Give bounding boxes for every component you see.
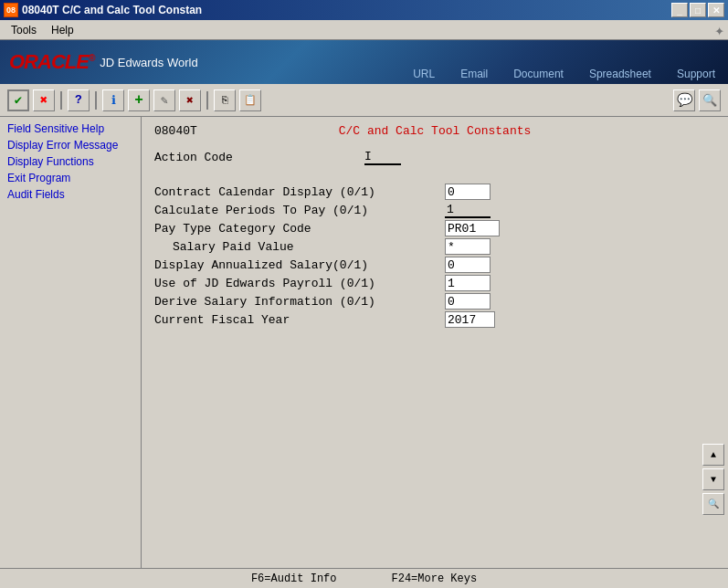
data-rows: Contract Calendar Display (0/1) 0 Calcul… (154, 184, 715, 328)
sidebar-item-audit-fields[interactable]: Audit Fields (0, 186, 141, 203)
paste-button[interactable]: 📋 (239, 89, 261, 111)
chat-button[interactable]: 💬 (673, 89, 695, 111)
edit-button[interactable]: ✎ (153, 89, 175, 111)
use-jde-payroll-label: Use of JD Edwards Payroll (0/1) (154, 277, 438, 290)
form-id: 08040T (154, 124, 197, 138)
add-button[interactable]: + (128, 89, 150, 111)
derive-salary-value: 0 (445, 293, 491, 310)
f24-status: F24=More Keys (392, 572, 478, 585)
derive-salary-row: Derive Salary Information (0/1) 0 (154, 293, 715, 310)
nav-document[interactable]: Document (501, 64, 576, 84)
main-area: Field Sensitive Help Display Error Messa… (0, 117, 728, 570)
nav-links: URL Email Document Spreadsheet Support (400, 64, 728, 84)
sidebar-item-display-error-message[interactable]: Display Error Message (0, 137, 141, 153)
f6-status: F6=Audit Info (251, 572, 337, 585)
menu-help[interactable]: Help (44, 22, 81, 38)
sidebar-item-display-functions[interactable]: Display Functions (0, 153, 141, 170)
current-fiscal-year-value: 2017 (445, 311, 495, 328)
oracle-logo: ORACLE® (9, 50, 94, 74)
pay-type-category-label: Pay Type Category Code (154, 222, 438, 236)
menu-tools[interactable]: Tools (4, 22, 44, 38)
calculate-periods-row: Calculate Periods To Pay (0/1) 1 (154, 202, 715, 218)
action-code-input[interactable] (364, 150, 401, 165)
menu-bar: Tools Help ✦ (0, 20, 728, 40)
display-annualized-label: Display Annualized Salary(0/1) (154, 258, 438, 272)
contract-calendar-row: Contract Calendar Display (0/1) 0 (154, 184, 715, 200)
help-button[interactable]: ? (68, 89, 90, 111)
status-bar: F6=Audit Info F24=More Keys (0, 568, 728, 588)
action-code-label: Action Code (154, 151, 355, 164)
pay-type-category-value: PR01 (445, 220, 500, 236)
display-annualized-value: 0 (445, 257, 491, 273)
contract-calendar-label: Contract Calendar Display (0/1) (154, 185, 438, 199)
salary-paid-value-row: Salary Paid Value * (154, 238, 715, 255)
right-scroll-buttons: ▲ ▼ 🔍 (702, 444, 724, 515)
copy-button[interactable]: ⎘ (214, 89, 236, 111)
oracle-header: ORACLE® JD Edwards World URL Email Docum… (0, 40, 728, 84)
current-fiscal-year-label: Current Fiscal Year (154, 313, 438, 327)
jde-text: JD Edwards World (100, 56, 197, 69)
delete-button[interactable]: ✖ (179, 89, 201, 111)
current-fiscal-year-row: Current Fiscal Year 2017 (154, 311, 715, 328)
sidebar-item-field-sensitive-help[interactable]: Field Sensitive Help (0, 121, 141, 137)
pay-type-category-row: Pay Type Category Code PR01 (154, 220, 715, 236)
content-area: 08040T C/C and Calc Tool Constants Actio… (142, 117, 728, 570)
nav-email[interactable]: Email (448, 64, 501, 84)
use-jde-payroll-value: 1 (445, 275, 491, 291)
app-icon: 08 (4, 3, 18, 17)
ok-button[interactable]: ✔ (7, 89, 29, 111)
close-button[interactable]: ✕ (708, 3, 724, 17)
oracle-text: ORACLE (9, 50, 89, 73)
nav-spreadsheet[interactable]: Spreadsheet (576, 64, 664, 84)
calculate-periods-value: 1 (445, 202, 491, 218)
search-button[interactable]: 🔍 (699, 89, 721, 111)
nav-url[interactable]: URL (400, 64, 448, 84)
form-title: C/C and Calc Tool Constants (339, 124, 532, 138)
info-button[interactable]: ℹ (102, 89, 124, 111)
zoom-button[interactable]: 🔍 (702, 493, 724, 515)
contract-calendar-value: 0 (445, 184, 491, 200)
calculate-periods-label: Calculate Periods To Pay (0/1) (154, 204, 438, 217)
scroll-down-button[interactable]: ▼ (702, 468, 724, 490)
title-bar: 08 08040T C/C and Calc Tool Constan _ □ … (0, 0, 728, 20)
oracle-watermark-icon: ✦ (714, 20, 724, 40)
salary-paid-value-label: Salary Paid Value (154, 240, 438, 254)
toolbar-separator-3 (206, 91, 208, 110)
scroll-up-button[interactable]: ▲ (702, 444, 724, 466)
cancel-button[interactable]: ✖ (33, 89, 55, 111)
sidebar-item-exit-program[interactable]: Exit Program (0, 170, 141, 186)
toolbar-separator-2 (95, 91, 97, 110)
minimize-button[interactable]: _ (671, 3, 688, 17)
toolbar-separator-1 (60, 91, 62, 110)
action-code-row: Action Code (154, 150, 715, 165)
sidebar: Field Sensitive Help Display Error Messa… (0, 117, 142, 570)
nav-support[interactable]: Support (664, 64, 728, 84)
toolbar-right: 💬 🔍 (673, 89, 721, 111)
maximize-button[interactable]: □ (690, 3, 706, 17)
window-title: 08040T C/C and Calc Tool Constan (22, 4, 202, 16)
toolbar: ✔ ✖ ? ℹ + ✎ ✖ ⎘ 📋 💬 🔍 (0, 84, 728, 117)
oracle-trademark: ® (89, 53, 94, 63)
display-annualized-row: Display Annualized Salary(0/1) 0 (154, 257, 715, 273)
derive-salary-label: Derive Salary Information (0/1) (154, 295, 438, 309)
use-jde-payroll-row: Use of JD Edwards Payroll (0/1) 1 (154, 275, 715, 291)
salary-paid-value-value: * (445, 238, 491, 255)
